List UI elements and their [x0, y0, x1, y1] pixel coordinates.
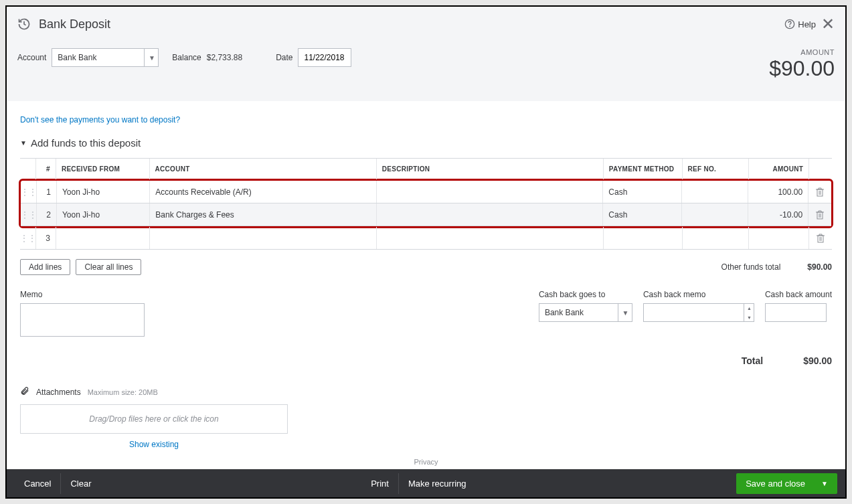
memo-label: Memo — [20, 290, 145, 299]
amount-value: $90.00 — [769, 56, 835, 81]
page-title: Bank Deposit — [39, 17, 110, 31]
add-lines-button[interactable]: Add lines — [20, 259, 70, 275]
cashback-amount-input[interactable] — [765, 303, 827, 322]
deposit-table: # RECEIVED FROM ACCOUNT DESCRIPTION PAYM… — [20, 158, 832, 250]
col-header-payment: PAYMENT METHOD — [604, 159, 683, 179]
row-received[interactable]: Yoon Ji-ho — [57, 203, 150, 226]
svg-point-1 — [790, 26, 790, 27]
memo-textarea[interactable] — [20, 303, 145, 337]
spinner-icon[interactable]: ▲▼ — [744, 303, 754, 322]
show-existing-link[interactable]: Show existing — [129, 440, 179, 449]
add-funds-title: Add funds to this deposit — [31, 137, 141, 149]
print-button[interactable]: Print — [361, 473, 399, 494]
row-received[interactable]: Yoon Ji-ho — [57, 181, 150, 203]
svg-rect-2 — [817, 189, 823, 196]
row-account[interactable]: Bank Charges & Fees — [150, 203, 377, 226]
balance-value: $2,733.88 — [207, 53, 242, 62]
col-header-num: # — [36, 159, 56, 179]
row-account[interactable] — [150, 227, 377, 249]
other-funds-label: Other funds total — [721, 262, 781, 272]
close-icon[interactable]: ✕ — [821, 15, 835, 33]
other-funds-value: $90.00 — [807, 262, 832, 272]
save-label: Save and close — [746, 479, 805, 489]
row-num: 1 — [37, 181, 57, 203]
privacy-link[interactable]: Privacy — [20, 458, 832, 466]
row-num: 2 — [37, 203, 57, 226]
svg-rect-3 — [817, 212, 823, 219]
help-label: Help — [798, 19, 816, 29]
footer-bar: Cancel Clear Print Make recurring Save a… — [7, 469, 845, 497]
account-select[interactable]: Bank Bank ▼ — [52, 48, 159, 67]
clear-lines-button[interactable]: Clear all lines — [76, 259, 141, 275]
row-received[interactable] — [56, 227, 150, 249]
make-recurring-button[interactable]: Make recurring — [399, 473, 476, 494]
row-payment[interactable]: Cash — [603, 203, 682, 226]
col-header-account: ACCOUNT — [150, 159, 377, 179]
amount-label: AMOUNT — [769, 48, 835, 56]
save-and-close-button[interactable]: Save and close ▼ — [736, 473, 837, 494]
drag-handle-icon[interactable]: ⋮⋮ — [21, 203, 37, 226]
trash-icon[interactable] — [808, 203, 831, 226]
attachments-label: Attachments — [36, 388, 81, 397]
row-amount[interactable]: 100.00 — [748, 181, 808, 203]
table-row[interactable]: ⋮⋮ 2 Yoon Ji-ho Bank Charges & Fees Cash… — [21, 203, 831, 226]
cancel-button[interactable]: Cancel — [15, 473, 61, 494]
cashback-amount-label: Cash back amount — [765, 290, 832, 299]
row-amount[interactable]: -10.00 — [748, 203, 808, 226]
bank-deposit-window: Bank Deposit Help ✕ Account Bank Bank ▼ … — [5, 5, 847, 499]
row-ref[interactable] — [683, 227, 750, 249]
row-description[interactable] — [377, 203, 604, 226]
row-ref[interactable] — [682, 203, 749, 226]
cashback-goesto-select[interactable]: Bank Bank ▼ — [539, 303, 632, 322]
help-link[interactable]: Help — [784, 19, 816, 29]
attachment-dropzone[interactable]: Drag/Drop files here or click the icon — [20, 404, 288, 434]
attachments-max: Maximum size: 20MB — [88, 388, 158, 396]
col-header-received: RECEIVED FROM — [56, 159, 150, 179]
account-value: Bank Bank — [58, 53, 96, 62]
date-label: Date — [276, 53, 292, 62]
col-header-amount: AMOUNT — [749, 159, 809, 179]
history-icon[interactable] — [17, 17, 31, 31]
highlighted-rows: ⋮⋮ 1 Yoon Ji-ho Accounts Receivable (A/R… — [19, 179, 833, 228]
col-header-ref: REF NO. — [683, 159, 750, 179]
total-value: $90.00 — [803, 355, 832, 366]
row-amount[interactable] — [749, 227, 809, 249]
chevron-down-icon: ▼ — [618, 303, 632, 322]
cashback-goesto-value: Bank Bank — [545, 308, 584, 317]
table-header-row: # RECEIVED FROM ACCOUNT DESCRIPTION PAYM… — [20, 159, 832, 180]
trash-icon[interactable] — [808, 181, 831, 203]
cashback-memo-label: Cash back memo — [643, 290, 754, 299]
clear-button[interactable]: Clear — [61, 473, 100, 494]
account-label: Account — [17, 53, 46, 62]
table-row[interactable]: ⋮⋮ 1 Yoon Ji-ho Accounts Receivable (A/R… — [21, 181, 831, 203]
drag-handle-icon[interactable]: ⋮⋮ — [21, 181, 37, 203]
row-payment[interactable] — [604, 227, 683, 249]
date-input[interactable] — [298, 48, 351, 67]
add-funds-section-header[interactable]: ▼ Add funds to this deposit — [20, 137, 832, 149]
row-ref[interactable] — [682, 181, 749, 203]
cashback-memo-input[interactable] — [643, 303, 754, 322]
svg-rect-4 — [818, 236, 823, 242]
row-account[interactable]: Accounts Receivable (A/R) — [150, 181, 377, 203]
balance-label: Balance — [172, 53, 201, 62]
trash-icon[interactable] — [809, 227, 832, 249]
row-description[interactable] — [377, 181, 604, 203]
paperclip-icon[interactable] — [20, 386, 29, 398]
header-bar: Bank Deposit Help ✕ — [7, 7, 845, 41]
missing-payments-link[interactable]: Don't see the payments you want to depos… — [20, 115, 180, 124]
header-controls: Account Bank Bank ▼ Balance $2,733.88 Da… — [7, 41, 845, 101]
chevron-down-icon: ▼ — [144, 48, 159, 67]
row-description[interactable] — [377, 227, 604, 249]
table-row[interactable]: ⋮⋮ 3 — [20, 227, 832, 250]
col-header-description: DESCRIPTION — [377, 159, 604, 179]
triangle-down-icon: ▼ — [20, 139, 27, 147]
row-payment[interactable]: Cash — [603, 181, 682, 203]
cashback-goesto-label: Cash back goes to — [539, 290, 632, 299]
row-num: 3 — [36, 227, 56, 249]
total-label: Total — [742, 355, 763, 366]
main-content: Don't see the payments you want to depos… — [7, 101, 845, 469]
chevron-down-icon[interactable]: ▼ — [821, 480, 828, 487]
drag-handle-icon[interactable]: ⋮⋮ — [20, 227, 36, 249]
